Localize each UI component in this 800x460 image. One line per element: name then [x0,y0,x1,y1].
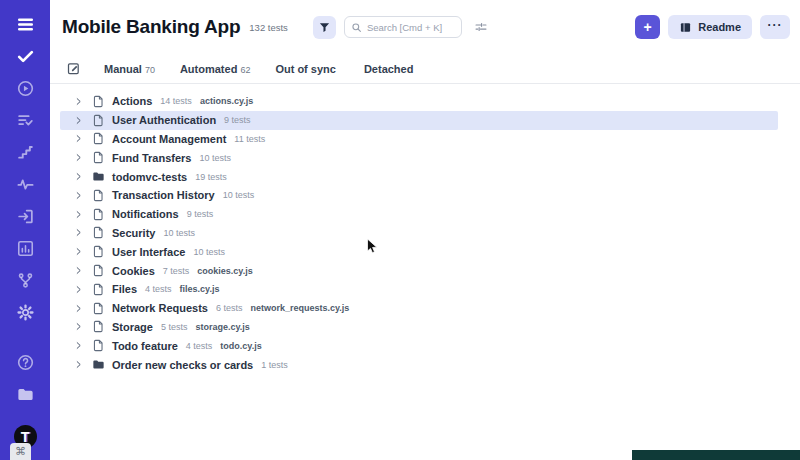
suite-test-count: 10 tests [199,153,231,163]
milestones-steps-icon[interactable] [13,141,37,163]
chevron-right-icon[interactable] [74,115,84,125]
suite-name: todomvc-tests [112,171,187,183]
chevron-right-icon[interactable] [74,247,84,257]
test-plan-list-icon[interactable] [13,109,37,131]
menu-icon[interactable] [13,13,37,35]
add-button[interactable]: + [635,15,660,39]
search-box[interactable] [344,16,462,38]
file-icon [91,301,105,315]
tab-automated[interactable]: Automated 62 [180,63,250,75]
view-settings-button[interactable] [472,18,490,36]
branches-icon[interactable] [13,269,37,291]
suite-file-name: network_requests.cy.js [251,303,350,313]
analytics-pulse-icon[interactable] [13,173,37,195]
suite-file-name: cookies.cy.js [197,266,252,276]
file-icon [91,339,105,353]
chevron-right-icon[interactable] [74,228,84,238]
suite-row[interactable]: Storage 5 tests storage.cy.js [60,318,778,337]
suite-row[interactable]: User Authentication 9 tests [60,111,778,130]
suite-row[interactable]: Notifications 9 tests [60,205,778,224]
chevron-right-icon[interactable] [74,322,84,332]
app-window: T Mobile Banking App 132 tests + Readme [0,0,800,460]
file-icon [91,207,105,221]
import-icon[interactable] [13,205,37,227]
bottom-bar [632,450,800,460]
suite-test-count: 19 tests [195,172,227,182]
search-icon [351,22,362,33]
file-icon [91,245,105,259]
suite-test-count: 1 tests [261,360,288,370]
main-panel: Mobile Banking App 132 tests + Readme ··… [50,0,800,460]
suite-file-name: todo.cy.js [220,341,261,351]
book-icon [679,21,692,34]
filter-button[interactable] [313,16,336,39]
suite-row[interactable]: User Interface 10 tests [60,242,778,261]
chevron-right-icon[interactable] [74,172,84,182]
tests-count-label: 132 tests [249,22,288,33]
suite-test-count: 9 tests [187,209,214,219]
suite-file-name: storage.cy.js [195,322,249,332]
edit-mode-icon[interactable] [66,61,82,77]
suite-file-name: files.cy.js [180,284,220,294]
suite-row[interactable]: Network Requests 6 tests network_request… [60,299,778,318]
suite-name: User Interface [112,246,185,258]
file-icon [91,226,105,240]
tests-check-icon[interactable] [13,45,37,67]
suite-test-count: 4 tests [145,284,172,294]
sliders-icon [474,20,488,34]
suite-test-count: 7 tests [163,266,190,276]
tab-manual[interactable]: Manual 70 [104,63,155,75]
chevron-right-icon[interactable] [74,209,84,219]
suite-test-count: 10 tests [223,190,255,200]
suite-row[interactable]: Security 10 tests [60,224,778,243]
command-shortcut-badge[interactable]: ⌘ [10,443,31,460]
suite-row[interactable]: todomvc-tests 19 tests [60,167,778,186]
chevron-right-icon[interactable] [74,266,84,276]
file-icon [91,282,105,296]
more-options-button[interactable]: ··· [760,15,790,39]
help-icon[interactable] [13,351,37,373]
chevron-right-icon[interactable] [74,134,84,144]
chevron-right-icon[interactable] [74,284,84,294]
suite-file-name: actions.cy.js [200,96,253,106]
suite-name: Network Requests [112,302,208,314]
folder-icon [91,170,105,184]
suite-row[interactable]: Account Management 11 tests [60,130,778,149]
suite-row[interactable]: Fund Transfers 10 tests [60,148,778,167]
chevron-right-icon[interactable] [74,153,84,163]
file-icon [91,188,105,202]
suite-name: Actions [112,95,152,107]
runs-play-icon[interactable] [13,77,37,99]
settings-gear-icon[interactable] [13,301,37,323]
suite-test-count: 11 tests [234,134,265,144]
file-icon [91,94,105,108]
suite-test-count: 10 tests [193,247,225,257]
search-input[interactable] [367,22,455,33]
readme-label: Readme [698,21,741,33]
chevron-right-icon[interactable] [74,190,84,200]
suite-name: Cookies [112,265,155,277]
sidebar: T [0,0,50,460]
suite-row[interactable]: Actions 14 tests actions.cy.js [60,92,778,111]
suite-row[interactable]: Transaction History 10 tests [60,186,778,205]
suite-name: Todo feature [112,340,178,352]
suite-name: Security [112,227,155,239]
tab-detached[interactable]: Detached [364,63,417,75]
suite-row[interactable]: Files 4 tests files.cy.js [60,280,778,299]
funnel-icon [318,21,331,34]
chevron-right-icon[interactable] [74,360,84,370]
suite-row[interactable]: Order new checks or cards 1 tests [60,355,778,374]
header-actions: + Readme ··· [635,15,790,39]
file-icon [91,320,105,334]
chevron-right-icon[interactable] [74,341,84,351]
tab-out-of-sync[interactable]: Out of sync [275,63,339,75]
suite-row[interactable]: Todo feature 4 tests todo.cy.js [60,336,778,355]
suite-test-count: 4 tests [186,341,213,351]
chevron-right-icon[interactable] [74,303,84,313]
chevron-right-icon[interactable] [74,96,84,106]
projects-folder-icon[interactable] [13,383,37,405]
reports-chart-icon[interactable] [13,237,37,259]
readme-button[interactable]: Readme [668,15,752,39]
suite-row[interactable]: Cookies 7 tests cookies.cy.js [60,261,778,280]
page-title: Mobile Banking App [62,16,240,38]
